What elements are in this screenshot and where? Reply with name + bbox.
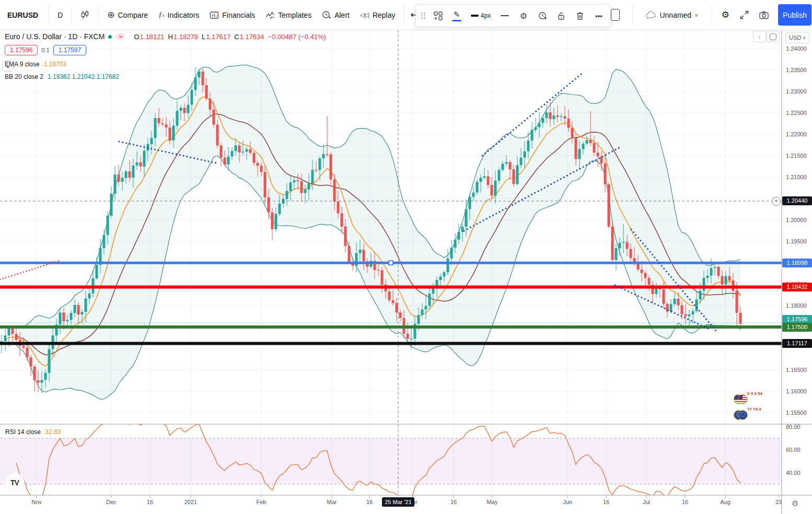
compare-icon: ⊕ <box>107 9 114 20</box>
fullscreen-button[interactable] <box>737 5 752 25</box>
alert-button[interactable]: Alert <box>317 5 355 25</box>
chevron-down-icon: ∨ <box>803 36 806 40</box>
add-alert-button[interactable] <box>534 7 551 24</box>
event-countdown: 77 73 4 <box>747 407 761 412</box>
time-tick: Jul <box>632 499 661 505</box>
rsi-value: 32.83 <box>45 428 61 436</box>
replay-icon: ◁◁ <box>360 11 367 19</box>
time-tick: Aug <box>711 499 740 505</box>
grid-layout-button[interactable] <box>430 7 446 24</box>
settings-button[interactable]: ⚙ <box>515 7 532 24</box>
separator <box>49 5 49 25</box>
symbol-button[interactable]: EURUSD <box>0 11 45 19</box>
calendar-event[interactable]: 77 73 4 <box>734 407 749 423</box>
grid-plus-icon <box>434 11 443 20</box>
line-style-button[interactable] <box>496 7 513 24</box>
screenshot-button[interactable] <box>756 5 772 25</box>
delayed-data-icon[interactable]: ≈ <box>115 33 125 41</box>
publish-button[interactable]: Publish <box>778 4 811 26</box>
candlestick-icon <box>80 10 90 20</box>
maximize-pane-button[interactable] <box>767 31 780 42</box>
price-tick: 1.16000 <box>786 388 807 395</box>
compare-button[interactable]: ⊕ Compare <box>102 5 153 25</box>
interval-button[interactable]: D <box>52 5 68 25</box>
lock-button[interactable] <box>553 7 570 24</box>
us-flag-icon <box>738 394 748 404</box>
add-order-plus-icon[interactable]: + <box>772 197 781 206</box>
time-tick: Nov <box>22 499 51 505</box>
rsi-tick: 60.00 <box>786 446 801 453</box>
replay-button[interactable]: ◁◁ Replay <box>355 5 401 25</box>
time-tick: 23 <box>764 499 793 505</box>
sell-price-button[interactable]: 1.17596 <box>5 45 38 55</box>
layout-name-button[interactable]: Unnamed ∨ <box>640 5 703 25</box>
gear-icon: ⚙ <box>520 11 527 21</box>
line-handle <box>389 261 393 265</box>
price-chip: 1.17500 <box>782 323 812 332</box>
header-right-group: Unnamed ∨ ⚙ Publish <box>606 0 812 30</box>
price-tick: 1.15500 <box>786 409 807 416</box>
templates-button[interactable]: Templates <box>260 5 317 25</box>
time-tick: 16 <box>135 499 165 505</box>
price-axis[interactable]: USD∨ 1.240001.235001.230001.225001.22000… <box>782 30 812 495</box>
line-width-button[interactable]: 4px <box>467 7 494 24</box>
cloud-icon <box>645 11 656 19</box>
fullscreen-icon <box>740 10 749 19</box>
chart-properties-button[interactable]: ⚙ <box>718 5 733 25</box>
price-chip: 1.17117 <box>782 339 812 348</box>
rsi-legend: RSI 14 close 32.83 <box>5 428 61 436</box>
separator <box>632 5 633 25</box>
market-status-icon <box>108 35 112 39</box>
trash-icon <box>576 11 584 20</box>
alert-clock-icon <box>322 10 331 20</box>
financials-button[interactable]: Financials <box>204 5 260 25</box>
ema-label[interactable]: EMA 9 close <box>5 61 40 68</box>
price-tick: 1.16500 <box>786 366 807 373</box>
alarm-plus-icon <box>538 11 547 20</box>
rsi-label[interactable]: RSI 14 close <box>5 428 41 436</box>
currency-button[interactable]: USD∨ <box>785 32 809 43</box>
price-tick: 1.20000 <box>786 216 807 224</box>
eu-flag-icon <box>738 410 748 420</box>
event-countdown: 0 9 3 54 <box>747 391 762 396</box>
time-tick: Mar <box>317 499 346 505</box>
drag-handle[interactable] <box>419 7 427 24</box>
camera-icon <box>759 11 769 19</box>
rsi-tick: 80.00 <box>786 423 801 430</box>
scroll-to-recent-button[interactable]: ↓ <box>753 31 766 42</box>
price-tick: 1.24000 <box>786 45 807 52</box>
price-chip: 1.20440 <box>782 196 812 205</box>
delete-button[interactable] <box>572 7 588 24</box>
rsi-band <box>0 438 782 484</box>
spread-value: 0.1 <box>41 47 49 53</box>
tradingview-logo[interactable]: TV <box>5 473 24 492</box>
time-tick: Feb <box>247 499 276 505</box>
chevron-down-icon: ∨ <box>694 13 698 18</box>
maximize-icon <box>770 33 776 40</box>
chart-style-button[interactable] <box>75 5 95 25</box>
calendar-event[interactable]: 0 9 3 54 <box>734 391 749 407</box>
time-tick: Dec <box>97 499 126 505</box>
symbol-title[interactable]: Euro / U.S. Dollar · 1D · FXCM <box>5 32 105 41</box>
financials-icon <box>210 10 219 20</box>
layout-rect-icon <box>611 9 620 21</box>
drawing-toolbar: ✎ 4px ⚙ ••• <box>415 4 611 27</box>
fx-icon: ƒx <box>158 10 165 19</box>
time-tick: 16 <box>670 499 700 505</box>
active-color-bar <box>452 20 461 21</box>
buy-price-button[interactable]: 1.17597 <box>53 45 86 55</box>
price-tick: 1.23500 <box>786 66 807 74</box>
price-tick: 1.21500 <box>786 152 807 159</box>
bb-label[interactable]: BB 20 close 2 <box>5 73 43 80</box>
price-chip: 1.18998 <box>782 259 812 267</box>
separator <box>404 5 404 25</box>
time-axis[interactable]: NovDec162021FebMar16Apr16MayJun16Jul16Au… <box>0 496 812 514</box>
axis-settings-gear-icon[interactable]: ⚙ <box>792 499 798 508</box>
time-tick: 2021 <box>176 499 205 505</box>
indicators-button[interactable]: ƒx Indicators <box>153 5 204 25</box>
more-options-button[interactable]: ••• <box>590 7 607 24</box>
price-chip: 1.18432 <box>782 283 812 291</box>
pencil-tool-button[interactable]: ✎ <box>448 7 465 24</box>
ohlc-values: O1.18121 H1.18278 L1.17617 C1.17634 −0.0… <box>134 33 326 41</box>
time-tick: Jun <box>553 499 582 505</box>
